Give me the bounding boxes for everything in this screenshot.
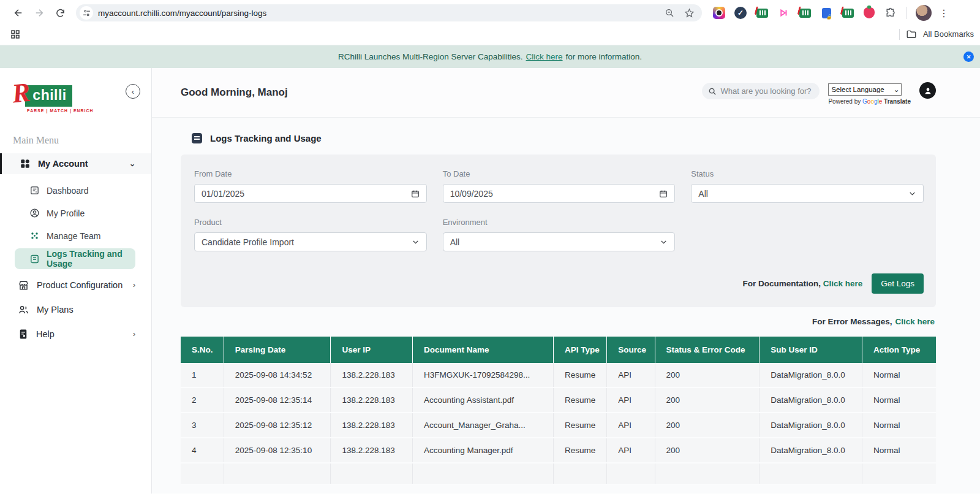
table-cell (655, 463, 760, 484)
rchilli-extension-icon-3[interactable] (842, 9, 854, 18)
table-cell: 2025-09-08 14:34:52 (224, 363, 331, 387)
table-cell: Resume (553, 413, 606, 438)
from-date-label: From Date (194, 169, 427, 178)
column-header: Document Name (413, 337, 554, 363)
table-cell (181, 463, 224, 484)
extensions-puzzle-icon[interactable] (884, 7, 897, 19)
table-cell: 200 (655, 438, 760, 463)
error-messages-row: For Error Messages, Click here (181, 317, 935, 326)
status-label: Status (691, 169, 924, 178)
column-header: Status & Error Code (655, 337, 760, 363)
table-cell: 4 (181, 438, 224, 463)
product-label: Product (194, 218, 427, 227)
sidebar-item-my-account[interactable]: My Account ⌄ (0, 153, 151, 174)
strawberry-extension-icon[interactable] (864, 7, 875, 18)
table-row: 32025-09-08 12:35:12138.2.228.183Account… (181, 413, 936, 438)
banner-message: RChilli Launches Multi-Region Server Cap… (338, 52, 523, 61)
table-cell: Normal (862, 413, 936, 438)
logo-wordmark: chilli (25, 85, 72, 107)
from-date-field: From Date 01/01/2025 (194, 169, 427, 203)
to-date-input[interactable]: 10/09/2025 (443, 184, 676, 203)
banner-suffix: for more information. (566, 52, 643, 61)
site-info-icon[interactable] (80, 6, 93, 20)
section-title: Logs Tracking and Usage (210, 133, 322, 143)
pink-arrow-extension-icon[interactable] (777, 7, 790, 19)
table-cell: 3 (181, 413, 224, 438)
logs-icon (29, 254, 40, 264)
status-select[interactable]: All (691, 184, 924, 203)
logs-section-icon (192, 133, 202, 143)
user-avatar[interactable] (919, 82, 936, 99)
people-icon (18, 304, 29, 316)
rchilli-extension-icon-2[interactable] (799, 9, 811, 18)
table-cell: API (607, 363, 655, 387)
chevron-down-icon (660, 238, 668, 246)
table-cell: Accounting Assistant.pdf (413, 387, 554, 413)
banner-link[interactable]: Click here (526, 52, 563, 61)
profile-icon (29, 208, 40, 218)
sidebar-item-product-configuration[interactable]: Product Configuration › (0, 273, 151, 297)
global-search[interactable] (702, 83, 820, 99)
from-date-input[interactable]: 01/01/2025 (194, 184, 427, 203)
chevron-right-icon: › (133, 281, 135, 289)
table-cell: 138.2.228.183 (331, 413, 413, 438)
browser-chrome: myaccount.rchilli.com/myaccount/parsing-… (0, 0, 980, 45)
error-messages-link[interactable]: Click here (895, 317, 935, 326)
sidebar-item-dashboard[interactable]: Dashboard (0, 179, 151, 202)
folder-icon (906, 29, 917, 40)
bookmark-star-icon[interactable] (684, 8, 695, 18)
product-select[interactable]: Candidate Profile Import (194, 232, 427, 251)
rchilli-extension-icon-1[interactable] (756, 9, 768, 18)
sidebar-item-help[interactable]: Help › (0, 322, 151, 346)
chrome-menu-icon[interactable]: ⋮ (939, 7, 949, 19)
sidebar-item-my-profile[interactable]: My Profile (0, 202, 151, 224)
search-input[interactable] (720, 86, 813, 96)
banner-close-icon[interactable]: ✕ (963, 52, 974, 62)
table-cell: 200 (655, 413, 760, 438)
table-cell: H3FMGXUK-17092584298... (413, 363, 554, 387)
sidebar-item-label: My Account (38, 159, 88, 169)
storefront-icon (18, 280, 29, 291)
bookmarks-separator (899, 29, 900, 40)
back-icon[interactable] (10, 4, 27, 21)
sidebar-collapse-button[interactable]: ‹ (126, 84, 140, 99)
environment-label: Environment (443, 218, 676, 227)
sidebar-item-logs-tracking[interactable]: Logs Tracking and Usage (15, 248, 135, 269)
forward-icon[interactable] (31, 4, 48, 21)
select-caret-icon: ⌄ (894, 85, 900, 94)
checkmark-extension-icon[interactable]: ✓ (734, 7, 747, 19)
rchilli-logo: R chilli PARSE | MATCH | ENRICH (12, 83, 104, 113)
camera-extension-icon[interactable] (713, 7, 725, 19)
documentation-link[interactable]: Click here (823, 279, 863, 288)
extension-strip: ✓ (713, 7, 897, 19)
table-cell: 2 (181, 387, 224, 413)
sidebar-item-my-plans[interactable]: My Plans (0, 297, 151, 322)
column-header: User IP (331, 337, 413, 363)
language-select[interactable]: Select Language ⌄ (828, 83, 902, 96)
lock-extension-icon[interactable] (820, 7, 832, 19)
calendar-icon (411, 189, 420, 198)
browser-profile-avatar[interactable] (916, 5, 932, 21)
language-select-value: Select Language (831, 86, 884, 93)
sidebar-item-manage-team[interactable]: Manage Team (0, 224, 151, 247)
chevron-down-icon: ⌄ (129, 159, 135, 168)
zoom-icon[interactable] (665, 8, 674, 18)
filter-panel: From Date 01/01/2025 To Date 10/09/2025 (181, 155, 936, 307)
table-cell: DataMigration_8.0.0 (760, 363, 862, 387)
get-logs-button[interactable]: Get Logs (872, 273, 924, 294)
column-header: Parsing Date (224, 337, 331, 363)
table-cell: Resume (553, 387, 606, 413)
apps-grid-icon[interactable] (10, 29, 21, 40)
url-text[interactable]: myaccount.rchilli.com/myaccount/parsing-… (98, 9, 266, 18)
table-cell: 2025-09-08 12:35:12 (224, 413, 331, 438)
logo-tagline: PARSE | MATCH | ENRICH (27, 109, 104, 113)
bookmarks-bar: All Bookmarks (0, 23, 980, 45)
refresh-icon[interactable] (51, 4, 69, 21)
address-bar[interactable]: myaccount.rchilli.com/myaccount/parsing-… (76, 4, 702, 21)
toolbar-separator (907, 7, 907, 19)
all-bookmarks-button[interactable]: All Bookmarks (923, 29, 974, 39)
parsing-logs-table: S.No. Parsing Date User IP Document Name… (181, 337, 936, 485)
environment-select[interactable]: All (443, 232, 676, 251)
chevron-down-icon (412, 238, 420, 246)
table-cell (224, 463, 331, 484)
